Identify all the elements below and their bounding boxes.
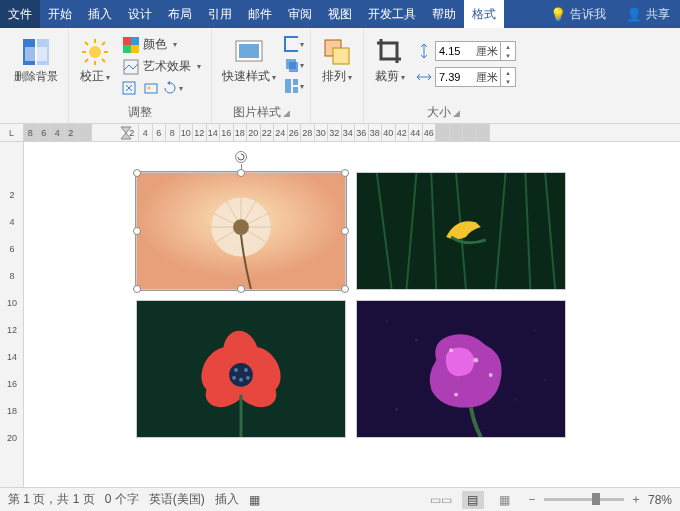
rotate-handle[interactable]	[235, 151, 247, 163]
person-icon: 👤	[626, 7, 642, 22]
svg-line-11	[85, 59, 88, 62]
picture-3[interactable]	[136, 300, 346, 438]
svg-rect-24	[289, 62, 298, 72]
artistic-effects-button[interactable]: 艺术效果▾	[119, 56, 205, 77]
tab-references[interactable]: 引用	[200, 0, 240, 28]
svg-line-10	[102, 42, 105, 45]
svg-rect-15	[131, 45, 139, 53]
tab-insert[interactable]: 插入	[80, 0, 120, 28]
zoom-out-button[interactable]: －	[526, 491, 538, 508]
status-language[interactable]: 英语(美国)	[149, 491, 205, 508]
horizontal-ruler[interactable]: L 86422468101214161820222426283032343638…	[0, 124, 680, 142]
svg-point-63	[246, 376, 250, 380]
macro-icon[interactable]: ▦	[249, 493, 260, 507]
size-dialog-launcher[interactable]: ◢	[453, 108, 460, 118]
vertical-ruler[interactable]: 2468101214161820	[0, 142, 24, 487]
resize-handle-se[interactable]	[341, 285, 349, 293]
svg-point-62	[232, 376, 236, 380]
group-label-adjust: 调整	[128, 104, 152, 121]
svg-rect-26	[293, 79, 298, 85]
tell-me[interactable]: 💡告诉我	[540, 0, 616, 28]
width-down[interactable]: ▼	[501, 77, 515, 86]
zoom-slider[interactable]	[544, 498, 624, 501]
svg-point-66	[415, 339, 418, 342]
height-up[interactable]: ▲	[501, 42, 515, 51]
width-input[interactable]	[436, 71, 476, 83]
status-bar: 第 1 页，共 1 页 0 个字 英语(美国) 插入 ▦ ▭▭ ▤ ▦ － ＋ …	[0, 487, 680, 511]
resize-handle-e[interactable]	[341, 227, 349, 235]
picture-1-selected[interactable]	[136, 172, 346, 290]
change-picture-button[interactable]	[141, 78, 161, 98]
tab-developer[interactable]: 开发工具	[360, 0, 424, 28]
picture-border-button[interactable]: ▾	[284, 34, 304, 54]
tab-mailings[interactable]: 邮件	[240, 0, 280, 28]
ruler-corner: L	[0, 124, 24, 142]
tab-design[interactable]: 设计	[120, 0, 160, 28]
document-page[interactable]	[24, 142, 680, 487]
svg-point-41	[233, 219, 249, 235]
tab-bar: 文件 开始 插入 设计 布局 引用 邮件 审阅 视图 开发工具 帮助 格式 💡告…	[0, 0, 680, 28]
svg-line-9	[102, 59, 105, 62]
resize-handle-w[interactable]	[133, 227, 141, 235]
print-layout-button[interactable]: ▤	[462, 491, 484, 509]
resize-handle-s[interactable]	[237, 285, 245, 293]
picture-layout-button[interactable]: ▾	[284, 76, 304, 96]
resize-handle-ne[interactable]	[341, 169, 349, 177]
corrections-button[interactable]: 校正▾	[75, 34, 115, 85]
reset-picture-button[interactable]: ▾	[163, 78, 183, 98]
width-up[interactable]: ▲	[501, 68, 515, 77]
status-words[interactable]: 0 个字	[105, 491, 139, 508]
svg-rect-25	[285, 79, 291, 93]
picture-4[interactable]	[356, 300, 566, 438]
status-mode[interactable]: 插入	[215, 491, 239, 508]
tab-file[interactable]: 文件	[0, 0, 40, 28]
svg-point-61	[239, 378, 243, 382]
svg-rect-29	[333, 48, 349, 64]
status-page[interactable]: 第 1 页，共 1 页	[8, 491, 95, 508]
group-arrange: 排列▾	[311, 30, 364, 123]
arrange-button[interactable]: 排列▾	[317, 34, 357, 85]
color-icon	[123, 37, 139, 53]
svg-point-67	[534, 330, 536, 332]
resize-handle-sw[interactable]	[133, 285, 141, 293]
height-field: 厘米 ▲▼	[414, 40, 517, 62]
compress-pictures-button[interactable]	[119, 78, 139, 98]
read-mode-button[interactable]: ▭▭	[430, 491, 452, 509]
tab-review[interactable]: 审阅	[280, 0, 320, 28]
picture-2[interactable]	[356, 172, 566, 290]
tab-layout[interactable]: 布局	[160, 0, 200, 28]
width-icon	[415, 68, 433, 86]
height-icon	[415, 42, 433, 60]
svg-rect-27	[293, 87, 298, 93]
height-input[interactable]	[436, 45, 476, 57]
svg-point-59	[234, 368, 238, 372]
group-adjust: 校正▾ 颜色▾ 艺术效果▾ ▾ 调整	[69, 30, 212, 123]
height-down[interactable]: ▼	[501, 51, 515, 60]
crop-button[interactable]: 裁剪▾	[370, 34, 410, 85]
resize-handle-nw[interactable]	[133, 169, 141, 177]
tab-view[interactable]: 视图	[320, 0, 360, 28]
share-button[interactable]: 👤共享	[616, 0, 680, 28]
picture-effects-button[interactable]: ▾	[284, 55, 304, 75]
artistic-icon	[123, 59, 139, 75]
bulb-icon: 💡	[550, 7, 566, 22]
svg-point-58	[229, 363, 253, 387]
web-layout-button[interactable]: ▦	[494, 491, 516, 509]
resize-handle-n[interactable]	[237, 169, 245, 177]
tab-format[interactable]: 格式	[464, 0, 504, 28]
svg-point-65	[386, 320, 388, 322]
styles-dialog-launcher[interactable]: ◢	[283, 108, 290, 118]
svg-point-60	[244, 368, 248, 372]
zoom-level[interactable]: 78%	[648, 493, 672, 507]
quick-styles-icon	[233, 36, 265, 68]
width-field: 厘米 ▲▼	[414, 66, 517, 88]
zoom-in-button[interactable]: ＋	[630, 491, 642, 508]
sun-icon	[79, 36, 111, 68]
tab-help[interactable]: 帮助	[424, 0, 464, 28]
quick-styles-button[interactable]: 快速样式▾	[218, 34, 280, 85]
color-button[interactable]: 颜色▾	[119, 34, 205, 55]
svg-point-72	[473, 358, 478, 363]
svg-rect-22	[285, 37, 298, 51]
tab-home[interactable]: 开始	[40, 0, 80, 28]
remove-background-button[interactable]: 删除背景	[10, 34, 62, 84]
